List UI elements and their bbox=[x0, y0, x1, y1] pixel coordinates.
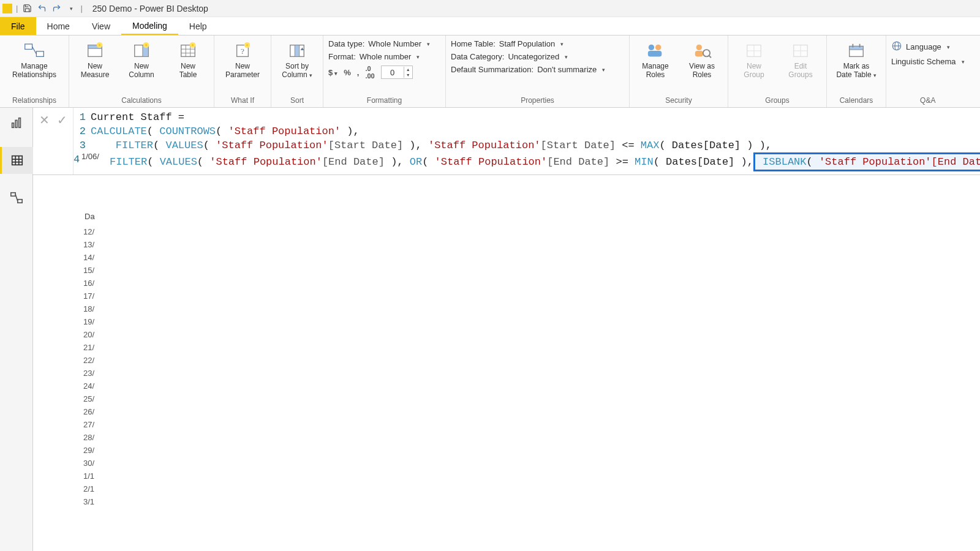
view-as-roles-button[interactable]: View as Roles bbox=[681, 38, 723, 82]
qat-separator: | bbox=[16, 4, 18, 13]
model-view-button[interactable] bbox=[7, 189, 26, 207]
undo-icon[interactable] bbox=[36, 3, 47, 14]
format-label: Format: bbox=[328, 52, 356, 61]
data-row[interactable]: 17/ bbox=[83, 290, 94, 302]
format-dropdown[interactable]: Format: Whole number ▾ bbox=[328, 52, 430, 61]
ribbon-group-groups: New Group Edit Groups Groups bbox=[728, 36, 827, 107]
new-column-icon bbox=[131, 40, 152, 61]
svg-rect-48 bbox=[10, 193, 15, 197]
ribbon-group-calendars: Mark as Date Table▾ Calendars bbox=[827, 36, 886, 107]
home-table-label: Home Table: bbox=[451, 39, 496, 48]
decimal-value: 0 bbox=[382, 68, 404, 77]
data-row[interactable]: 29/ bbox=[83, 444, 94, 457]
sort-by-column-button[interactable]: Sort by Column▾ bbox=[276, 38, 318, 82]
data-row[interactable]: 13/ bbox=[83, 238, 94, 251]
data-row[interactable]: 14/ bbox=[83, 251, 94, 264]
data-row[interactable]: 23/ bbox=[83, 367, 94, 380]
data-row[interactable]: 18/ bbox=[83, 302, 94, 315]
data-row[interactable]: 27/ bbox=[83, 418, 94, 431]
edit-groups-icon bbox=[790, 40, 811, 61]
ribbon-group-qa: Language ▾ Linguistic Schema ▾ Q&A bbox=[886, 36, 970, 107]
summarization-label: Default Summarization: bbox=[451, 65, 533, 74]
default-summarization-dropdown[interactable]: Default Summarization: Don't summarize ▾ bbox=[451, 65, 605, 74]
chevron-down-icon: ▾ bbox=[565, 54, 568, 60]
manage-relationships-icon bbox=[24, 40, 45, 61]
data-category-dropdown[interactable]: Data Category: Uncategorized ▾ bbox=[451, 52, 605, 61]
decimal-places-input[interactable]: 0 ▲▼ bbox=[381, 66, 413, 79]
svg-point-23 bbox=[696, 45, 702, 50]
formula-editor[interactable]: 1 Current Staff = 2 CALCULATE( COUNTROWS… bbox=[74, 108, 980, 174]
language-dropdown[interactable]: Language ▾ bbox=[891, 40, 965, 53]
tab-file[interactable]: File bbox=[0, 17, 36, 35]
data-row[interactable]: 22/ bbox=[83, 354, 94, 367]
menu-bar: File Home View Modeling Help bbox=[0, 17, 980, 36]
report-view-button[interactable] bbox=[7, 114, 26, 132]
manage-roles-label: Manage Roles bbox=[642, 62, 668, 80]
manage-roles-button[interactable]: Manage Roles bbox=[635, 38, 676, 82]
tab-home[interactable]: Home bbox=[36, 17, 81, 35]
calendar-icon bbox=[846, 40, 867, 61]
new-table-icon bbox=[178, 40, 198, 61]
new-column-button[interactable]: New Column bbox=[121, 38, 162, 82]
data-row[interactable]: 3/1 bbox=[83, 495, 94, 508]
data-row[interactable]: 30/ bbox=[83, 457, 94, 470]
ribbon-group-relationships: Manage Relationships Relationships bbox=[0, 36, 69, 107]
tab-modeling[interactable]: Modeling bbox=[121, 17, 178, 35]
svg-rect-1 bbox=[36, 51, 43, 57]
manage-relationships-button[interactable]: Manage Relationships bbox=[5, 38, 64, 82]
datatype-dropdown[interactable]: Data type: Whole Number ▾ bbox=[328, 39, 430, 48]
thousands-button[interactable]: , bbox=[357, 68, 360, 77]
group-label-qa: Q&A bbox=[891, 95, 965, 107]
data-row[interactable]: 15/ bbox=[83, 264, 94, 277]
data-row[interactable]: 25/ bbox=[83, 392, 94, 405]
data-category-label: Data Category: bbox=[451, 52, 504, 61]
linguistic-schema-dropdown[interactable]: Linguistic Schema ▾ bbox=[891, 57, 965, 66]
edit-groups-button: Edit Groups bbox=[780, 38, 821, 82]
decimal-spinner[interactable]: ▲▼ bbox=[404, 67, 412, 78]
home-table-dropdown[interactable]: Home Table: Staff Population ▾ bbox=[451, 39, 605, 48]
globe-icon bbox=[891, 40, 902, 53]
data-row[interactable]: 1/1 bbox=[83, 470, 94, 482]
formula-commit-button[interactable]: ✓ bbox=[57, 113, 67, 127]
save-icon[interactable] bbox=[21, 3, 32, 14]
group-label-calendars: Calendars bbox=[832, 95, 881, 107]
new-table-button[interactable]: New Table bbox=[167, 38, 209, 82]
svg-rect-0 bbox=[25, 44, 32, 50]
data-row[interactable]: 21/ bbox=[83, 341, 94, 354]
currency-button[interactable]: $▾ bbox=[328, 68, 337, 77]
data-row[interactable]: 20/ bbox=[83, 328, 94, 341]
data-row[interactable]: 2/1 bbox=[83, 482, 94, 495]
data-grid-area: Da 12/13/14/15/16/17/18/19/20/21/22/23/2… bbox=[33, 175, 980, 551]
group-label-properties: Properties bbox=[451, 95, 624, 107]
data-view-button[interactable] bbox=[0, 147, 33, 174]
svg-text:?: ? bbox=[241, 47, 244, 56]
mark-date-table-button[interactable]: Mark as Date Table▾ bbox=[832, 38, 881, 82]
svg-rect-22 bbox=[648, 51, 662, 56]
svg-line-2 bbox=[32, 47, 37, 54]
data-row[interactable]: 12/ bbox=[83, 225, 94, 238]
svg-point-20 bbox=[649, 45, 654, 50]
tab-view[interactable]: View bbox=[81, 17, 121, 35]
data-row[interactable]: 28/ bbox=[83, 431, 94, 444]
data-row[interactable]: 26/ bbox=[83, 405, 94, 418]
new-measure-button[interactable]: New Measure bbox=[74, 38, 116, 82]
new-group-icon bbox=[744, 40, 764, 61]
percent-button[interactable]: % bbox=[344, 68, 351, 77]
tab-help[interactable]: Help bbox=[178, 17, 218, 35]
title-separator: | bbox=[80, 4, 82, 13]
new-group-label: New Group bbox=[744, 62, 764, 80]
ribbon-group-whatif: ? New Parameter What If bbox=[214, 36, 271, 107]
qat-dropdown-icon[interactable]: ▾ bbox=[66, 3, 77, 14]
data-row[interactable]: 24/ bbox=[83, 380, 94, 392]
ribbon-group-formatting: Data type: Whole Number ▾ Format: Whole … bbox=[323, 36, 446, 107]
view-switcher bbox=[0, 108, 33, 551]
formula-cancel-button[interactable]: ✕ bbox=[39, 113, 50, 127]
window-title: 250 Demo - Power BI Desktop bbox=[92, 4, 208, 13]
new-column-label: New Column bbox=[129, 62, 154, 80]
group-label-whatif: What If bbox=[219, 95, 266, 107]
new-parameter-button[interactable]: ? New Parameter bbox=[219, 38, 266, 82]
redo-icon[interactable] bbox=[51, 3, 62, 14]
data-row[interactable]: 16/ bbox=[83, 277, 94, 290]
data-row[interactable]: 19/ bbox=[83, 315, 94, 328]
edit-groups-label: Edit Groups bbox=[788, 62, 812, 80]
